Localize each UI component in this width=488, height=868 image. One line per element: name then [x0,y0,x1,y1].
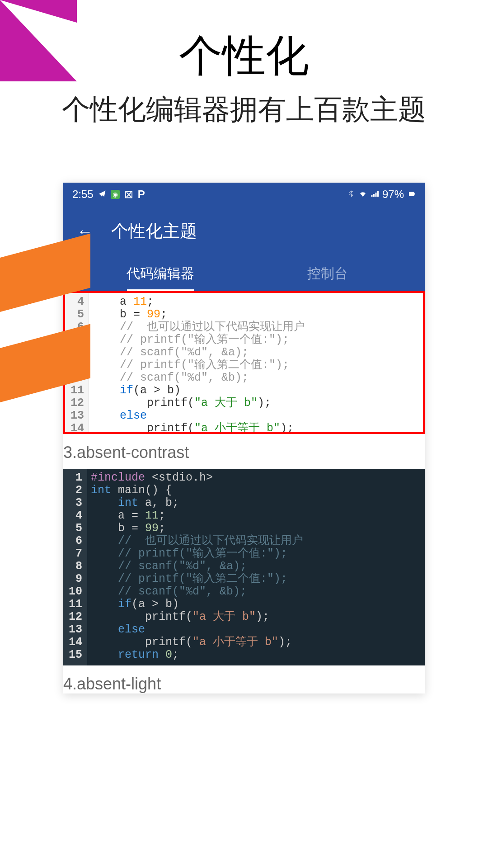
battery-icon [408,188,416,201]
status-bar: 2:55 ◉ ⊠ P 97% [63,183,425,206]
line-gutter: 123456789101112131415 [63,469,87,665]
signal-icon [371,188,379,201]
wifi-icon [359,188,367,201]
tab-editor[interactable]: 代码编辑器 [77,256,244,291]
code-body: a 11; b = 99; // 也可以通过以下代码实现让用户 // print… [89,293,305,432]
theme-label-contrast: 3.absent-contrast [63,443,425,462]
code-body: #include <stdio.h>int main() { int a, b;… [87,469,303,665]
battery-pct: 97% [382,188,404,201]
app-icon: ◉ [111,190,120,199]
app-bar: ← 个性化主题 代码编辑器 控制台 [63,206,425,291]
tab-console[interactable]: 控制台 [244,256,411,291]
svg-rect-0 [409,192,414,196]
tab-bar: 代码编辑器 控制台 [77,256,411,291]
telegram-icon [98,188,106,201]
bluetooth-icon [347,188,355,201]
x-icon: ⊠ [124,188,133,201]
status-time: 2:55 [72,188,94,201]
phone-screenshot: 2:55 ◉ ⊠ P 97% [63,183,425,693]
svg-rect-1 [414,193,415,195]
theme-label-light: 4.absent-light [63,675,425,693]
decorative-triangle [0,0,77,81]
page-subtitle: 个性化编辑器拥有上百款主题 [0,90,488,128]
app-bar-title: 个性化主题 [111,220,197,243]
p-icon: P [138,188,145,201]
theme-preview-light[interactable]: 456789101112131415 a 11; b = 99; // 也可以通… [63,291,425,434]
theme-preview-dark[interactable]: 123456789101112131415 #include <stdio.h>… [63,469,425,665]
